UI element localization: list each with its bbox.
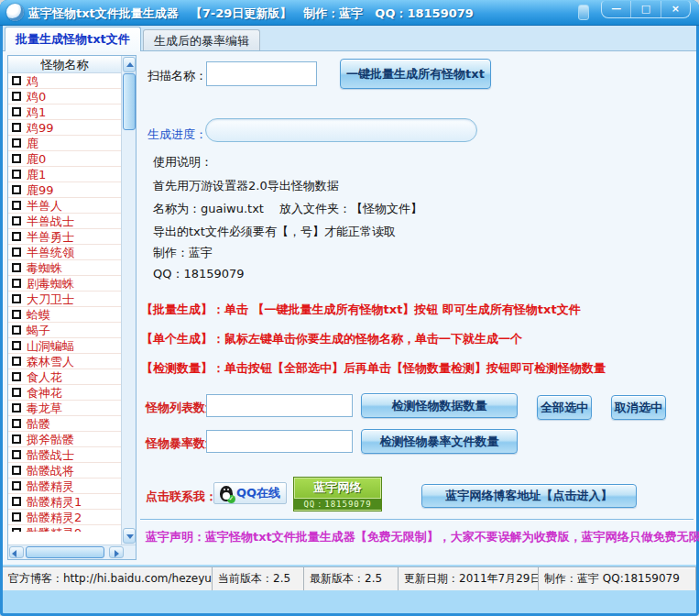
list-item[interactable]: 鹿1 — [8, 167, 122, 182]
scroll-left-icon — [12, 550, 16, 557]
monster-rate-count-input[interactable] — [206, 430, 353, 453]
monster-checkbox[interactable] — [12, 138, 21, 148]
monster-checkbox[interactable] — [12, 76, 21, 85]
vertical-scroll-thumb[interactable] — [123, 73, 136, 130]
monster-checkbox[interactable] — [12, 372, 21, 381]
monster-checkbox[interactable] — [12, 388, 21, 397]
status-section: 更新日期：2011年7月29日 — [399, 567, 539, 590]
tab-rate-edit[interactable]: 生成后的暴率编辑 — [143, 29, 260, 51]
usage-title: 使用说明： — [153, 154, 213, 170]
generate-all-button[interactable]: 一键批量生成所有怪物txt — [340, 59, 491, 89]
monster-name: 食人花 — [27, 370, 62, 384]
horizontal-scroll-thumb[interactable] — [26, 546, 104, 558]
blog-address-button[interactable]: 蓝宇网络博客地址【点击进入】 — [421, 484, 637, 508]
list-item[interactable]: 骷髅战士 — [8, 447, 122, 463]
skin-icon[interactable] — [578, 5, 589, 20]
monster-checkbox[interactable] — [12, 92, 21, 101]
check-rate-files-button[interactable]: 检测怪物暴率文件数量 — [361, 429, 518, 454]
monster-checkbox[interactable] — [12, 107, 21, 116]
monster-checkbox[interactable] — [12, 123, 21, 132]
list-item[interactable]: 蝎子 — [8, 323, 122, 338]
horizontal-scrollbar[interactable] — [8, 544, 136, 559]
list-item[interactable]: 毒蜘蛛 — [8, 260, 122, 276]
monster-checkbox[interactable] — [12, 294, 21, 303]
monster-name: 骷髅 — [27, 417, 50, 431]
scan-name-input[interactable] — [206, 61, 317, 86]
monster-name: 鹿99 — [27, 183, 54, 197]
monster-checkbox[interactable] — [12, 279, 21, 288]
list-item[interactable]: 毒龙草 — [8, 401, 122, 416]
scroll-right-button[interactable] — [109, 546, 124, 558]
monster-name: 鹿 — [27, 137, 38, 150]
list-item[interactable]: 半兽人 — [8, 198, 122, 214]
list-item[interactable]: 鹿 — [8, 136, 122, 151]
list-item[interactable]: 森林雪人 — [8, 354, 122, 369]
monster-checkbox[interactable] — [12, 403, 21, 412]
list-item[interactable]: 大刀卫士 — [8, 292, 122, 307]
lanyu-network-badge[interactable]: 蓝宇网络 QQ：18159079 — [293, 477, 382, 512]
list-item[interactable]: 掷斧骷髅 — [8, 432, 122, 447]
scroll-down-button[interactable] — [123, 528, 136, 544]
check-monster-data-button[interactable]: 检测怪物数据数量 — [361, 393, 518, 418]
monster-checkbox[interactable] — [12, 466, 21, 475]
monster-checkbox[interactable] — [12, 341, 21, 350]
scroll-left-button[interactable] — [9, 546, 24, 558]
monster-checkbox[interactable] — [12, 310, 21, 319]
list-item[interactable]: 骷髅精灵1 — [8, 494, 122, 510]
monster-checkbox[interactable] — [12, 232, 21, 241]
qq-online-button[interactable]: ✓ QQ在线 — [213, 482, 287, 504]
list-item[interactable]: 骷髅 — [8, 416, 122, 432]
list-item[interactable]: 山洞蝙蝠 — [8, 338, 122, 354]
tab-batch-generate[interactable]: 批量生成怪物txt文件 — [5, 27, 141, 51]
monster-checkbox[interactable] — [12, 263, 21, 272]
contact-label: 点击联系我： — [146, 489, 217, 505]
scan-name-label: 扫描名称： — [147, 68, 207, 84]
monster-checkbox[interactable] — [12, 357, 21, 366]
monster-checkbox[interactable] — [12, 450, 21, 459]
monster-checkbox[interactable] — [12, 185, 21, 194]
progress-bar — [205, 118, 477, 142]
maximize-button[interactable]: □ — [631, 1, 661, 17]
deselect-button[interactable]: 取消选中 — [611, 395, 666, 420]
monster-checkbox[interactable] — [12, 248, 21, 257]
list-item[interactable]: 鸡99 — [8, 120, 122, 136]
monster-checkbox[interactable] — [12, 419, 21, 428]
list-item[interactable]: 食人花 — [8, 369, 122, 385]
scroll-up-button[interactable] — [123, 57, 136, 72]
monster-checkbox[interactable] — [12, 528, 21, 532]
monster-name: 半兽统领 — [27, 246, 74, 259]
monster-name: 鹿1 — [27, 168, 46, 182]
list-item[interactable]: 蛤蟆 — [8, 307, 122, 323]
monster-name: 大刀卫士 — [27, 292, 74, 306]
monster-checkbox[interactable] — [12, 154, 21, 163]
list-item[interactable]: 鹿99 — [8, 182, 122, 198]
list-item[interactable]: 鸡1 — [8, 104, 122, 120]
monster-checkbox[interactable] — [12, 216, 21, 226]
select-all-button[interactable]: 全部选中 — [537, 395, 592, 420]
monster-list-count-input[interactable] — [206, 394, 353, 417]
monster-checkbox[interactable] — [12, 325, 21, 335]
list-item[interactable]: 骷髅战将 — [8, 463, 122, 478]
list-item[interactable]: 骷髅精灵 — [8, 478, 122, 494]
monster-checkbox[interactable] — [12, 201, 21, 210]
list-item[interactable]: 半兽战士 — [8, 214, 122, 229]
monster-checkbox[interactable] — [12, 497, 21, 506]
minimize-button[interactable]: — — [602, 1, 631, 17]
list-item[interactable]: 鸡 — [8, 73, 122, 89]
monster-checkbox[interactable] — [12, 481, 21, 490]
list-item[interactable]: 骷髅精灵9 — [8, 525, 122, 532]
list-item[interactable]: 半兽统领 — [8, 245, 122, 260]
list-item[interactable]: 半兽勇士 — [8, 229, 122, 245]
list-item[interactable]: 食神花 — [8, 385, 122, 401]
list-item[interactable]: 骷髅精灵2 — [8, 510, 122, 525]
usage-line-filename: 名称为：guaiwu.txt 放入文件夹：【怪物文件】 — [153, 201, 422, 217]
monster-checkbox[interactable] — [12, 434, 21, 444]
monster-checkbox[interactable] — [12, 170, 21, 179]
list-item[interactable]: 剧毒蜘蛛 — [8, 276, 122, 292]
list-item[interactable]: 鸡0 — [8, 89, 122, 104]
vertical-scrollbar[interactable] — [121, 56, 136, 544]
monster-checkbox[interactable] — [12, 512, 21, 522]
close-button[interactable]: × — [661, 1, 690, 17]
list-item[interactable]: 鹿0 — [8, 151, 122, 167]
window-title: 蓝宇怪物txt文件批量生成器 【7-29日更新版】 制作：蓝宇 QQ：18159… — [28, 6, 474, 22]
